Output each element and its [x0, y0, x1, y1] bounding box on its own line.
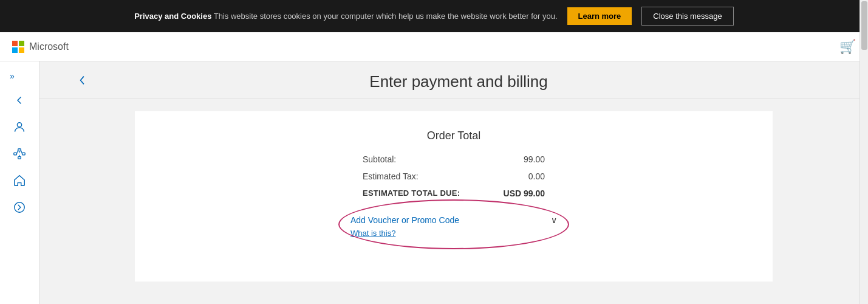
sidebar-expand-button[interactable]: » — [5, 66, 19, 86]
subtotal-label: Subtotal: — [363, 154, 472, 164]
svg-line-5 — [16, 150, 18, 154]
ms-logo-blue — [12, 47, 18, 53]
tax-value: 0.00 — [472, 171, 545, 181]
add-voucher-label[interactable]: Add Voucher or Promo Code — [350, 215, 459, 225]
ms-logo-green — [19, 41, 24, 46]
total-row: ESTIMATED TOTAL DUE: USD 99.00 — [159, 188, 748, 198]
scrollbar-thumb[interactable] — [861, 1, 867, 50]
svg-rect-4 — [18, 157, 21, 159]
cookie-text: Privacy and Cookies This website stores … — [134, 12, 557, 21]
microsoft-logo: Microsoft — [12, 41, 69, 53]
svg-rect-2 — [18, 149, 21, 151]
main-content: Enter payment and billing Order Total Su… — [39, 61, 868, 304]
promo-section: Add Voucher or Promo Code ∨ What is this… — [350, 210, 557, 238]
cart-icon: 🛒 — [839, 39, 856, 54]
svg-point-0 — [17, 123, 21, 127]
what-is-this-text[interactable]: What is this? — [350, 229, 395, 238]
total-value: USD 99.00 — [472, 188, 545, 198]
ms-logo-yellow — [19, 47, 24, 53]
ms-logo-red — [12, 41, 18, 46]
ms-logo-grid — [12, 41, 24, 53]
sidebar-network-icon[interactable] — [7, 142, 32, 166]
svg-point-9 — [15, 202, 25, 213]
cookie-regular-text: This website stores cookies on your comp… — [214, 12, 558, 21]
sidebar-person-icon[interactable] — [7, 115, 32, 139]
close-message-button[interactable]: Close this message — [641, 7, 733, 26]
page-scrollbar[interactable] — [859, 0, 868, 304]
svg-rect-3 — [22, 153, 26, 155]
tax-row: Estimated Tax: 0.00 — [159, 171, 748, 181]
subtotal-value: 99.00 — [472, 154, 545, 164]
promo-oval-wrapper: Add Voucher or Promo Code ∨ What is this… — [350, 210, 557, 238]
subtotal-row: Subtotal: 99.00 — [159, 154, 748, 164]
tax-label: Estimated Tax: — [363, 171, 472, 181]
sidebar-arrow-icon[interactable] — [7, 195, 32, 219]
header: Microsoft 🛒 — [0, 32, 868, 61]
microsoft-text: Microsoft — [29, 41, 69, 52]
learn-more-button[interactable]: Learn more — [567, 7, 632, 25]
total-label: ESTIMATED TOTAL DUE: — [363, 188, 472, 198]
cart-button[interactable]: 🛒 — [839, 39, 856, 55]
main-layout: » — [0, 61, 868, 304]
svg-line-6 — [21, 150, 22, 154]
order-total-heading: Order Total — [159, 130, 748, 142]
promo-chevron-icon: ∨ — [551, 215, 557, 225]
promo-header[interactable]: Add Voucher or Promo Code ∨ — [350, 210, 557, 227]
sidebar: » — [0, 61, 39, 304]
sidebar-back-icon[interactable] — [7, 88, 32, 112]
what-is-this-link[interactable]: What is this? — [350, 227, 557, 238]
cookie-banner: Privacy and Cookies This website stores … — [0, 0, 868, 32]
order-card: Order Total Subtotal: 99.00 Estimated Ta… — [135, 111, 773, 282]
page-title: Enter payment and billing — [98, 72, 868, 91]
sidebar-home-icon[interactable] — [7, 168, 32, 193]
svg-rect-1 — [14, 153, 17, 155]
back-button[interactable] — [76, 74, 88, 89]
page-header: Enter payment and billing — [39, 61, 868, 99]
cookie-bold-text: Privacy and Cookies — [134, 12, 211, 21]
